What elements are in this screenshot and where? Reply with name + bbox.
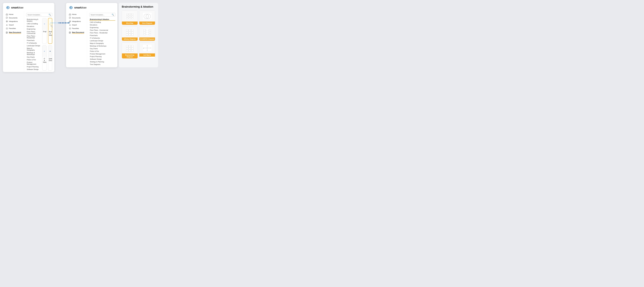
svg-rect-86 [129,34,131,36]
right-cat-cad[interactable]: CAD & Drafting [89,21,115,24]
left-sidebar: Home Documents Integrations [3,12,24,72]
right-search-bar[interactable]: 🔍 [89,13,115,16]
right-cat-brainstorming[interactable]: Brainstorming & Ideation [89,18,115,21]
category-floor-residential[interactable]: Floor Plans - Residential [26,35,41,39]
right-cat-software[interactable]: Software Design [89,58,115,60]
right-sidebar-item-favorites[interactable]: Favorites [68,27,87,30]
smartdraw-logo-icon [6,6,10,10]
right-cat-it[interactable]: IT & Networks [89,37,115,39]
integrations-icon [6,20,8,22]
dot-2 [52,22,53,24]
svg-rect-103 [129,50,131,51]
category-landscape[interactable]: Landscape Design [26,44,41,47]
brainstorm-card-venn[interactable]: Venn Diagram [139,10,155,25]
right-cat-landscape[interactable]: Landscape Design [89,40,115,42]
category-flowcharts[interactable]: Flowcharts [26,39,41,42]
template-card-engineering[interactable]: Engineering [42,18,46,44]
brainstorming-card-image [48,18,52,30]
svg-rect-15 [50,24,50,24]
category-brainstorming[interactable]: Brainstorming & Ideation [26,18,41,22]
right-cat-strategy[interactable]: Strategy & Planning [89,60,115,63]
category-project[interactable]: Project Planning [26,66,41,68]
svg-rect-80 [129,29,131,31]
right-cat-engineering[interactable]: Engineering [89,26,115,29]
right-cat-org[interactable]: Org Charts [89,48,115,50]
venn-card-label: Venn Diagram [139,22,155,25]
right-cat-product[interactable]: Product Management [89,53,115,55]
brainstorm-card-2x2[interactable]: 2x2 Matrix [139,42,155,58]
category-floor-commercial[interactable]: Floor Plans - Commercial [26,30,41,34]
svg-rect-92 [149,30,151,31]
svg-rect-82 [126,32,128,33]
svg-rect-97 [129,45,131,47]
sidebar-item-home[interactable]: Home [5,12,24,16]
document-icon [6,17,8,19]
left-search-input[interactable] [28,14,48,16]
category-product[interactable]: Product Management [26,61,41,65]
engineering-card-label: Engineering [42,30,46,33]
right-logo-text: smartdraw [74,6,86,9]
svg-rect-93 [149,32,151,33]
right-sidebar-item-import[interactable]: Import [68,23,87,27]
svg-rect-98 [131,45,134,47]
category-meetings[interactable]: Meetings & Workshops [26,51,41,56]
dots-line [50,22,70,24]
svg-rect-60 [132,16,134,17]
category-it-networks[interactable]: IT & Networks [26,42,41,44]
category-cad[interactable]: CAD & Drafting [26,22,41,25]
arrow-head [68,22,70,24]
svg-rect-59 [132,14,134,15]
right-sidebar-item-documents[interactable]: Documents [68,16,87,20]
dot-5 [57,22,58,24]
right-cat-flowcharts[interactable]: Flowcharts [89,34,115,37]
category-software[interactable]: Software Design [26,68,41,70]
software-design-card-label: Software Design [48,57,52,62]
left-main-content: 🔍 Brainstorming & Ideation CAD & Draftin… [24,12,54,72]
right-cat-project[interactable]: Project Planning [89,55,115,58]
right-sidebar-item-home[interactable]: Home [68,12,87,16]
svg-rect-90 [144,32,146,33]
right-cat-elevations[interactable]: Elevations [89,24,115,26]
svg-rect-101 [131,48,134,49]
search-icon: 🔍 [48,14,51,16]
mind-map-card-img [122,10,138,22]
brainstorm-card-scamper[interactable]: SCAMPER Diagram [139,26,155,41]
brainstorm-card-mind-map[interactable]: Mind Map [122,10,138,25]
right-search-icon: 🔍 [112,14,114,16]
right-sidebar-item-new-document[interactable]: New Document [68,31,87,34]
category-engineering[interactable]: Engineering [26,28,41,30]
right-cat-meetings[interactable]: Meetings & Workshops [89,45,115,47]
dot-1 [50,22,52,24]
dot-8 [62,22,63,24]
right-cat-tree[interactable]: Tree Diagrams [89,63,115,66]
category-police[interactable]: Police & Fire [26,58,41,61]
right-sidebar-item-integrations[interactable]: Integrations [68,20,87,23]
category-maps[interactable]: Maps & Geography [26,47,41,51]
home-icon [6,13,8,15]
category-elevations[interactable]: Elevations [26,25,41,28]
right-search-input[interactable] [90,14,111,16]
brainstorm-card-brainwriting[interactable]: Brainwriting Diagram [122,42,138,58]
sidebar-item-favorites[interactable]: Favorites [5,27,24,30]
right-home-icon [69,13,71,15]
brainstorm-card-affinity[interactable]: Affinity Diagram [122,26,138,41]
right-cat-floor-residential[interactable]: Floor Plans - Residential [89,32,115,34]
dot-9 [64,22,64,24]
svg-marker-52 [69,28,71,29]
right-cat-floor-commercial[interactable]: Floor Plans - Commercial [89,29,115,32]
left-panel-body: Home Documents Integrations [3,12,54,72]
logo-text: smartdraw [11,6,24,9]
right-logo-icon [69,6,73,10]
svg-rect-99 [126,48,128,49]
sidebar-item-integrations[interactable]: Integrations [5,20,24,23]
right-cat-police[interactable]: Police & Fire [89,50,115,52]
template-card-software-design[interactable]: </> Software Design [48,45,52,71]
sidebar-item-documents[interactable]: Documents [5,16,24,20]
left-search-bar[interactable]: 🔍 [26,13,52,16]
category-org-charts[interactable]: Org Charts [26,56,41,58]
right-cat-maps[interactable]: Maps & Geography [89,42,115,45]
sidebar-item-new-document[interactable]: New Document [5,31,24,34]
sidebar-item-import[interactable]: Import [5,23,24,27]
template-card-it-networks[interactable]: IT & Networks [42,45,46,71]
svg-rect-79 [126,29,128,31]
